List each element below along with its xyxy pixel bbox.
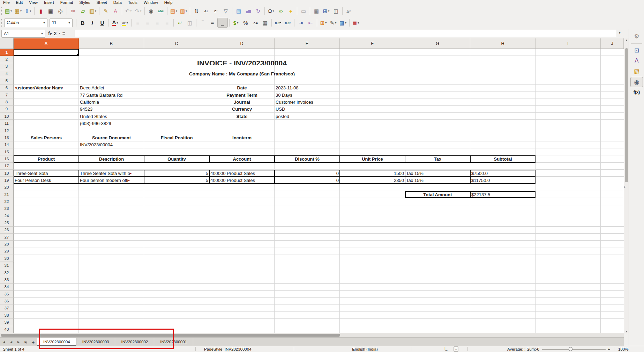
column-header-J[interactable]: J <box>601 38 624 49</box>
cell-B8[interactable]: California <box>79 98 144 105</box>
highlighting-color-icon[interactable]: ▰▾ <box>120 18 130 27</box>
row-header-20[interactable]: 20 <box>0 184 14 191</box>
align-top-icon[interactable]: ‾ <box>198 18 208 27</box>
zoom-level[interactable]: 100% <box>618 347 628 352</box>
delete-decimal-icon[interactable]: 0.0ˣ <box>283 18 293 27</box>
sheet-tab-INV202300003[interactable]: INV202300003 <box>76 338 115 346</box>
clear-formatting-icon[interactable]: A <box>111 6 120 15</box>
row-header-31[interactable]: 31 <box>0 262 14 269</box>
row-header-30[interactable]: 30 <box>0 255 14 262</box>
insert-rows-icon[interactable]: ▤▾ <box>169 6 179 15</box>
sidebar-toggle-icon[interactable]: ▸ <box>624 185 626 189</box>
cell-E6[interactable]: 2023-11-08 <box>275 85 340 91</box>
cell-C16[interactable]: Quantity <box>144 155 209 162</box>
align-left-icon[interactable]: ≡ <box>133 18 143 27</box>
sort-ascending-icon[interactable]: A↓ <box>201 6 211 15</box>
menu-edit[interactable]: Edit <box>13 0 26 5</box>
styles-icon[interactable]: A <box>629 56 644 66</box>
spelling-icon[interactable]: abc <box>156 6 166 15</box>
font-color-dropdown-icon[interactable]: ▾ <box>117 21 118 24</box>
cell-F18[interactable]: 1500 <box>340 170 405 177</box>
decrease-indent-icon[interactable]: ⇤ <box>306 18 315 27</box>
zoom-out-icon[interactable]: − <box>536 347 538 352</box>
row-header-26[interactable]: 26 <box>0 227 14 234</box>
format-number-icon[interactable]: 7.4 <box>250 18 260 27</box>
cell-D9[interactable]: Currency <box>209 106 275 113</box>
font-size-dropdown-icon[interactable]: ▾ <box>66 19 72 27</box>
align-bottom-icon[interactable]: _ <box>217 18 228 28</box>
zoom-slider-track[interactable] <box>542 349 606 350</box>
special-character-icon[interactable]: Ω▾ <box>266 6 276 15</box>
highlighting-color-dropdown-icon[interactable]: ▾ <box>127 21 128 24</box>
scroll-down-icon[interactable]: ▼ <box>624 330 629 333</box>
cell-B4[interactable]: Company Name : My Company (San Francisco… <box>79 70 405 77</box>
font-name-select[interactable]: Calibri ▾ <box>4 19 47 27</box>
gallery-icon[interactable]: ▧ <box>629 66 644 76</box>
column-header-C[interactable]: C <box>144 38 209 49</box>
column-header-A[interactable]: A <box>14 38 79 49</box>
cell-E9[interactable]: USD <box>275 106 340 113</box>
row-header-40[interactable]: 40 <box>0 326 14 333</box>
cell-B7[interactable]: 77 Santa Barbara Rd <box>79 91 144 98</box>
toolbar-drag-handle[interactable] <box>1 19 2 27</box>
cell-D13[interactable]: Incoterm <box>209 134 275 141</box>
copy-icon[interactable]: ▱ <box>78 6 88 15</box>
cell-G16[interactable]: Tax <box>405 155 470 162</box>
cell-B19[interactable]: Four person modern offi▸ <box>79 177 144 184</box>
menu-insert[interactable]: Insert <box>41 0 57 5</box>
column-header-B[interactable]: B <box>79 38 144 49</box>
row-header-22[interactable]: 22 <box>0 198 14 205</box>
borders-dropdown-icon[interactable]: ▾ <box>325 21 327 24</box>
border-color-icon[interactable]: ▨▾ <box>338 18 348 27</box>
properties-icon[interactable]: ⊡ <box>629 45 644 55</box>
export-pdf-icon[interactable]: ▮ <box>36 6 46 15</box>
vertical-scrollbar-thumb[interactable] <box>625 48 628 182</box>
justified-icon[interactable]: ≡ <box>162 18 172 27</box>
border-style-dropdown-icon[interactable]: ▾ <box>335 21 336 24</box>
cell-B16[interactable]: Description <box>79 155 144 162</box>
print-preview-icon[interactable]: ◎ <box>55 6 65 15</box>
autofilter-icon[interactable]: ▽ <box>221 6 231 15</box>
increase-indent-icon[interactable]: ⇥ <box>296 18 306 27</box>
sheet-tab-INV202300002[interactable]: INV202300002 <box>115 338 154 346</box>
row-header-19[interactable]: 19 <box>0 177 14 184</box>
column-header-E[interactable]: E <box>275 38 340 49</box>
cell-A16[interactable]: Product <box>14 155 79 162</box>
clone-formatting-icon[interactable]: ✎ <box>101 6 111 15</box>
row-header-1[interactable]: 1 <box>0 49 14 56</box>
save-icon[interactable]: ⇩▾ <box>23 6 33 15</box>
row-header-13[interactable]: 13 <box>0 134 14 141</box>
menu-file[interactable]: File <box>0 0 13 5</box>
new-dropdown-icon[interactable]: ▾ <box>10 9 12 13</box>
row-header-7[interactable]: 7 <box>0 91 14 98</box>
borders-icon[interactable]: ⊞▾ <box>319 18 328 27</box>
insert-image-icon[interactable]: ▧ <box>234 6 244 15</box>
italic-icon[interactable]: I <box>88 18 97 27</box>
freeze-panes-icon[interactable]: ⊞▾ <box>321 6 331 15</box>
row-header-5[interactable]: 5 <box>0 77 14 84</box>
scroll-up-icon[interactable]: ▲ <box>624 39 629 41</box>
hyperlink-icon[interactable]: ∞ <box>276 6 286 15</box>
cell-F19[interactable]: 2350 <box>340 177 405 184</box>
name-box[interactable]: A1 ▾ <box>1 30 45 38</box>
cell-D8[interactable]: Journal <box>209 98 275 105</box>
align-center-icon[interactable]: ≡ <box>143 18 152 27</box>
bold-icon[interactable]: B <box>78 18 88 27</box>
paste-dropdown-icon[interactable]: ▾ <box>95 9 96 13</box>
cell-H18[interactable]: $7500.0 <box>470 170 536 177</box>
cell-H16[interactable]: Subtotal <box>470 155 536 162</box>
cell-B14[interactable]: INV/2023/00004 <box>79 141 144 148</box>
add-sheet-button[interactable]: + <box>29 338 37 346</box>
cell-A19[interactable]: Four Person Desk <box>14 177 79 184</box>
row-header-38[interactable]: 38 <box>0 312 14 319</box>
column-header-D[interactable]: D <box>209 38 275 49</box>
menu-window[interactable]: Window <box>141 0 161 5</box>
special-character-dropdown-icon[interactable]: ▾ <box>273 9 274 13</box>
cell-B2[interactable]: INVOICE - INV/2023/00004 <box>79 56 405 70</box>
cell-B18[interactable]: Three Seater Sofa with b▸ <box>79 170 144 177</box>
insert-mode-icon[interactable]: I_ <box>444 346 448 351</box>
row-header-28[interactable]: 28 <box>0 241 14 248</box>
cell-A6[interactable]: ◂ustomer/Vendor Nam▸ <box>14 85 79 91</box>
zoom-in-icon[interactable]: + <box>608 347 610 352</box>
conditional-formatting-dropdown-icon[interactable]: ▾ <box>358 21 359 24</box>
